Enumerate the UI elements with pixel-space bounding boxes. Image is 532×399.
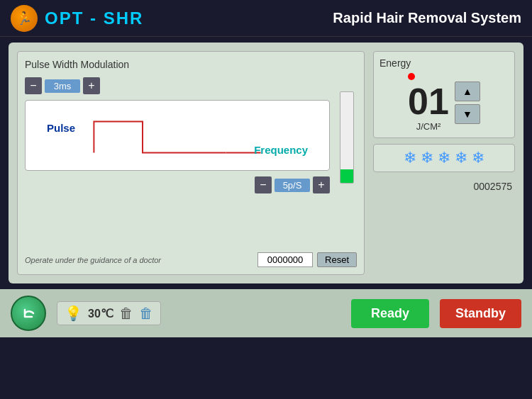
freq-value: 5p/S [275, 179, 310, 192]
arrow-buttons: ▲ ▼ [455, 82, 480, 124]
energy-number: 01 [408, 83, 449, 120]
snowflake-1: ❄ [404, 149, 416, 167]
snowflake-5: ❄ [472, 149, 484, 167]
energy-up-button[interactable]: ▲ [455, 82, 480, 101]
pulse-controls: − 3ms + Pulse Frequency [25, 77, 330, 193]
energy-title: Energy [379, 57, 411, 69]
freq-minus-button[interactable]: − [255, 176, 272, 193]
slider-track[interactable] [340, 91, 354, 184]
reset-button[interactable]: Reset [317, 252, 357, 267]
counter-area: Reset [257, 252, 357, 267]
pulse-stepper: − 3ms + [25, 77, 330, 94]
main-content: Pulse Width Modulation − 3ms + [9, 43, 523, 283]
logo-icon: 🏃 [11, 5, 38, 32]
waveform-area: Pulse Frequency [25, 100, 330, 171]
pulse-value: 3ms [45, 79, 80, 93]
energy-number-area: 01 J/CM² [408, 73, 449, 132]
pulse-minus-button[interactable]: − [25, 77, 42, 94]
back-button[interactable] [11, 296, 46, 331]
status-area: 💡 30℃ 🗑 🗑 [57, 301, 161, 325]
pulse-label: Pulse [47, 122, 75, 134]
bulb-icon: 💡 [65, 305, 82, 322]
energy-unit: J/CM² [416, 121, 441, 132]
ready-button[interactable]: Ready [351, 299, 429, 328]
back-arrow-icon [19, 304, 38, 322]
counter-input[interactable] [257, 252, 313, 267]
header: 🏃 OPT - SHR Rapid Hair Removal System [0, 0, 532, 37]
energy-display-row: 01 J/CM² ▲ ▼ [408, 73, 480, 132]
red-dot-indicator [408, 73, 415, 80]
energy-down-button[interactable]: ▼ [455, 104, 480, 124]
left-top: − 3ms + Pulse Frequency [25, 77, 357, 193]
vertical-slider-wrapper [337, 77, 357, 193]
trash-icon-filled: 🗑 [139, 305, 153, 322]
energy-box: Energy 01 J/CM² ▲ ▼ [373, 51, 515, 138]
slider-fill [340, 169, 353, 183]
frequency-label: Frequency [254, 144, 308, 156]
snowflake-4: ❄ [455, 149, 467, 167]
cooling-row: ❄ ❄ ❄ ❄ ❄ [373, 144, 515, 172]
bottom-row: Operate under the guidance of a doctor R… [25, 252, 357, 267]
snowflake-2: ❄ [421, 149, 433, 167]
disclaimer-text: Operate under the guidance of a doctor [25, 256, 161, 264]
waveform-svg [26, 101, 329, 170]
panel-title: Pulse Width Modulation [25, 59, 357, 70]
bottom-bar: 💡 30℃ 🗑 🗑 Ready Standby [0, 289, 532, 337]
snowflake-3: ❄ [438, 149, 450, 167]
standby-button[interactable]: Standby [440, 299, 521, 328]
total-counter: 0002575 [373, 181, 515, 192]
left-panel: Pulse Width Modulation − 3ms + [17, 51, 365, 275]
temperature-display: 30℃ [88, 307, 113, 320]
logo-area: 🏃 OPT - SHR [11, 5, 143, 32]
right-panel: Energy 01 J/CM² ▲ ▼ ❄ ❄ ❄ ❄ ❄ 0 [373, 51, 515, 275]
frequency-stepper: − 5p/S + [25, 176, 330, 193]
freq-plus-button[interactable]: + [313, 176, 330, 193]
page-title: Rapid Hair Removal System [333, 10, 521, 26]
pulse-plus-button[interactable]: + [83, 77, 100, 94]
logo-text: OPT - SHR [45, 9, 143, 28]
trash-icon-outline: 🗑 [119, 305, 133, 322]
